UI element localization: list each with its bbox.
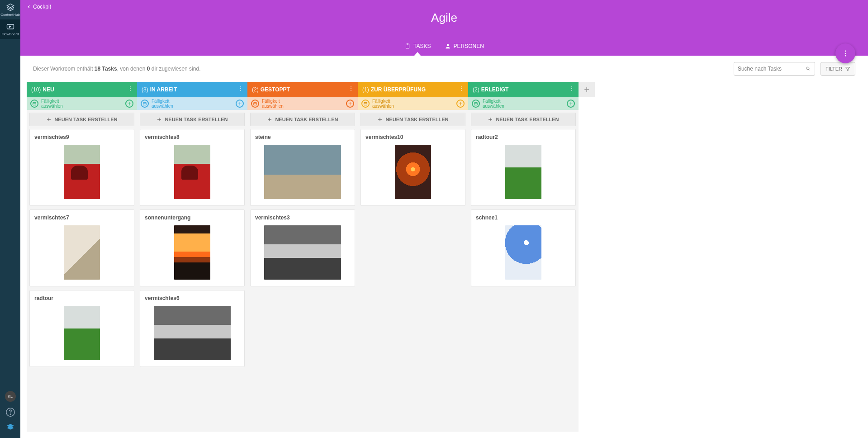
card-thumbnail (264, 225, 341, 280)
calendar-icon (472, 100, 480, 108)
search-input[interactable] (738, 66, 806, 72)
svg-point-24 (240, 90, 241, 91)
task-card[interactable]: vermischtes7 (29, 209, 134, 286)
board-scroll[interactable]: (10) NEUFälligkeitauswählen+NEUEN TASK E… (20, 82, 868, 438)
card-title: steine (255, 134, 350, 140)
svg-point-9 (845, 55, 846, 57)
card-thumbnail (505, 145, 541, 199)
column-due-row[interactable]: Fälligkeitauswählen+ (247, 97, 358, 110)
kanban-column: (2) ERLEDIGTFälligkeitauswählen+NEUEN TA… (468, 82, 579, 432)
calendar-icon (251, 100, 259, 108)
new-task-button[interactable]: NEUEN TASK ERSTELLEN (360, 113, 465, 126)
column-menu-button[interactable] (237, 86, 244, 92)
column-due-row[interactable]: Fälligkeitauswählen+ (27, 97, 137, 110)
add-due-button[interactable]: + (125, 100, 133, 108)
card-title: vermischtes7 (34, 214, 129, 221)
column-menu-button[interactable] (127, 86, 133, 92)
task-card[interactable]: schnee1 (471, 209, 576, 286)
add-due-button[interactable]: + (236, 100, 244, 108)
user-avatar[interactable]: KL (5, 391, 16, 402)
task-card[interactable]: steine (250, 129, 355, 206)
column-count: (2) (252, 86, 259, 93)
task-card[interactable]: vermischtes8 (140, 129, 245, 206)
new-task-button[interactable]: NEUEN TASK ERSTELLEN (140, 113, 245, 126)
column-title: IN ARBEIT (150, 86, 177, 93)
more-actions-fab[interactable] (835, 43, 855, 63)
column-header[interactable]: (2) GESTOPPT (247, 82, 358, 97)
page-title: Agile (20, 0, 868, 43)
svg-point-10 (806, 67, 809, 70)
task-card[interactable]: vermischtes6 (140, 290, 245, 367)
breadcrumb-back[interactable]: Cockpit (27, 4, 51, 10)
column-menu-button[interactable] (348, 86, 354, 92)
add-column-button[interactable]: + (579, 82, 595, 97)
column-menu-button[interactable] (569, 86, 575, 92)
plus-icon (157, 117, 162, 122)
card-thumbnail (154, 306, 231, 360)
task-card[interactable]: vermischtes9 (29, 129, 134, 206)
rail-item-flowboard[interactable]: FlowBoard (0, 19, 20, 39)
svg-point-32 (351, 88, 351, 89)
task-card[interactable]: radtour (29, 290, 134, 367)
task-card[interactable]: vermischtes3 (250, 209, 355, 286)
tab-tasks[interactable]: TASKS (404, 43, 431, 52)
plus-icon (488, 117, 493, 122)
filter-label: FILTER (825, 66, 842, 71)
flow-icon (6, 22, 15, 31)
svg-point-33 (351, 90, 351, 91)
column-header[interactable]: (1) ZUR ÜBERPRÜFUNG (358, 82, 468, 97)
kanban-board: (10) NEUFälligkeitauswählen+NEUEN TASK E… (27, 82, 862, 432)
help-icon[interactable] (5, 407, 15, 417)
task-card[interactable]: radtour2 (471, 129, 576, 206)
task-card[interactable]: sonnenuntergang (140, 209, 245, 286)
clipboard-icon (404, 43, 411, 49)
column-menu-button[interactable] (458, 86, 465, 92)
app-logo-icon[interactable] (5, 423, 15, 433)
search-box[interactable] (734, 62, 815, 76)
tab-label: TASKS (413, 43, 431, 49)
calendar-icon (361, 100, 370, 108)
column-due-row[interactable]: Fälligkeitauswählen+ (137, 97, 247, 110)
card-title: sonnenuntergang (145, 214, 240, 221)
add-due-button[interactable]: + (567, 100, 575, 108)
column-count: (1) (362, 86, 369, 93)
view-tabs: TASKS PERSONEN (20, 43, 868, 56)
svg-point-14 (130, 88, 131, 89)
card-thumbnail (64, 145, 100, 199)
add-due-button[interactable]: + (456, 100, 465, 108)
rail-label: FlowBoard (0, 32, 20, 36)
calendar-icon (30, 100, 38, 108)
svg-point-42 (461, 90, 462, 91)
column-header[interactable]: (10) NEU (27, 82, 137, 97)
new-task-button[interactable]: NEUEN TASK ERSTELLEN (29, 113, 134, 126)
tab-label: PERSONEN (454, 43, 484, 49)
plus-icon (46, 117, 52, 122)
filter-button[interactable]: FILTER (821, 62, 855, 76)
tab-people[interactable]: PERSONEN (445, 43, 484, 52)
column-due-row[interactable]: Fälligkeitauswählen+ (358, 97, 468, 110)
more-vert-icon (237, 86, 244, 92)
new-task-button[interactable]: NEUEN TASK ERSTELLEN (471, 113, 576, 126)
svg-point-13 (130, 86, 131, 87)
column-count: (3) (142, 86, 148, 93)
more-vert-icon (841, 49, 849, 57)
rail-label: ContentHub (0, 13, 20, 17)
column-header[interactable]: (2) ERLEDIGT (468, 82, 579, 97)
svg-rect-52 (474, 103, 478, 105)
due-label: Fälligkeitauswählen (372, 99, 394, 109)
column-title: ERLEDIGT (481, 86, 509, 93)
column-header[interactable]: (3) IN ARBEIT (137, 82, 247, 97)
task-card[interactable]: vermischtes10 (360, 129, 465, 206)
svg-point-23 (240, 88, 241, 89)
rail-item-contenthub[interactable]: ContentHub (0, 0, 20, 19)
add-due-button[interactable]: + (346, 100, 354, 108)
toolbar: Dieser Workroom enthält 18 Tasks, von de… (20, 56, 868, 82)
column-due-row[interactable]: Fälligkeitauswählen+ (468, 97, 579, 110)
svg-point-41 (461, 88, 462, 89)
new-task-button[interactable]: NEUEN TASK ERSTELLEN (250, 113, 355, 126)
new-task-label: NEUEN TASK ERSTELLEN (496, 117, 559, 122)
card-title: vermischtes6 (145, 295, 240, 301)
svg-point-3 (10, 414, 10, 414)
column-title: ZUR ÜBERPRÜFUNG (371, 86, 426, 93)
svg-marker-12 (846, 67, 850, 71)
